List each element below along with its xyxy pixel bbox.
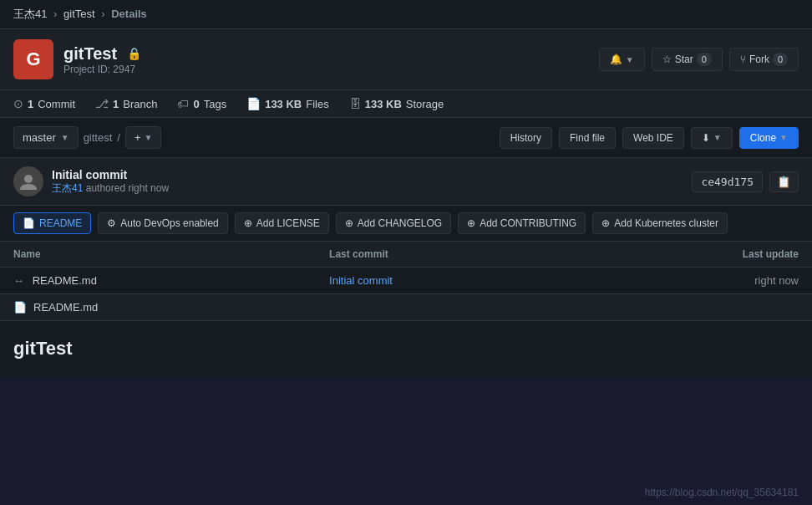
readme-filename: README.md — [33, 301, 98, 314]
history-button[interactable]: History — [500, 127, 552, 149]
project-header: G gitTest 🔒 Project ID: 2947 🔔 ▼ ☆ Star … — [0, 29, 812, 90]
breadcrumb: 王杰41 › gitTest › Details — [0, 0, 812, 29]
star-button[interactable]: ☆ Star 0 — [652, 48, 723, 71]
commit-icon: ⊙ — [13, 97, 23, 110]
bell-icon: 🔔 — [610, 54, 622, 65]
commit-hash: ce49d175 — [692, 171, 763, 192]
breadcrumb-sep2: › — [101, 8, 108, 20]
readme-button[interactable]: 📄 README — [13, 212, 91, 234]
stat-storage[interactable]: 🗄 133 KB Storage — [349, 97, 444, 110]
commit-time: right now — [128, 182, 169, 194]
add-contributing-icon: ⊕ — [467, 217, 475, 229]
file-update-cell: right now — [574, 268, 812, 294]
project-info: G gitTest 🔒 Project ID: 2947 — [13, 39, 141, 79]
breadcrumb-sep1: › — [53, 8, 60, 20]
commit-message: Initial commit — [52, 168, 169, 181]
commit-hash-area: ce49d175 📋 — [692, 171, 799, 192]
star-count: 0 — [697, 53, 712, 66]
add-changelog-icon: ⊕ — [345, 217, 353, 229]
col-name: Name — [0, 242, 316, 268]
readme-title: gitTest — [13, 338, 799, 360]
stat-branches[interactable]: ⎇ 1 Branch — [95, 97, 157, 110]
project-name: gitTest — [63, 44, 117, 64]
stat-tags[interactable]: 🏷 0 Tags — [177, 97, 226, 110]
tag-icon: 🏷 — [177, 97, 189, 110]
web-ide-button[interactable]: Web IDE — [622, 127, 684, 149]
file-commit-cell: Initial commit — [316, 268, 574, 294]
file-link[interactable]: README.md — [33, 274, 97, 287]
fork-count: 0 — [773, 53, 788, 66]
fork-button[interactable]: ⑂ Fork 0 — [729, 48, 799, 71]
col-last-update: Last update — [574, 242, 812, 268]
breadcrumb-repo[interactable]: gitTest — [63, 8, 95, 20]
file-name-cell: ↔ README.md — [0, 268, 316, 294]
fork-icon: ⑂ — [740, 54, 746, 65]
download-chevron-icon: ▼ — [713, 133, 722, 142]
files-icon: 📄 — [246, 97, 261, 110]
toolbar-left: master ▼ gittest / + ▼ — [13, 126, 161, 149]
plus-icon: + — [134, 131, 141, 144]
readme-body: gitTest — [0, 321, 812, 376]
readme-header: 📄 README.md — [0, 294, 812, 321]
add-license-icon: ⊕ — [244, 217, 252, 229]
download-button[interactable]: ⬇ ▼ — [691, 127, 733, 149]
stat-commits[interactable]: ⊙ 1 Commit — [13, 97, 75, 110]
breadcrumb-current: Details — [111, 8, 147, 20]
copy-hash-button[interactable]: 📋 — [769, 171, 799, 192]
find-file-button[interactable]: Find file — [559, 127, 616, 149]
table-row: ↔ README.md Initial commit right now — [0, 268, 812, 294]
gear-icon: ⚙ — [107, 217, 116, 229]
branch-icon: ⎇ — [95, 97, 109, 110]
table-header-row: Name Last commit Last update — [0, 242, 812, 268]
stats-bar: ⊙ 1 Commit ⎇ 1 Branch 🏷 0 Tags 📄 133 KB … — [0, 90, 812, 118]
col-last-commit: Last commit — [316, 242, 574, 268]
watermark: https://blog.csdn.net/qq_35634181 — [645, 487, 799, 498]
add-chevron-icon: ▼ — [145, 133, 153, 142]
file-table: Name Last commit Last update ↔ README.md… — [0, 242, 812, 293]
toolbar-right: History Find file Web IDE ⬇ ▼ Clone ▼ — [500, 127, 799, 149]
avatar: G — [13, 39, 53, 79]
branch-select-value: master — [23, 131, 56, 144]
clone-button[interactable]: Clone ▼ — [739, 127, 799, 149]
commit-meta: 王杰41 authored right now — [52, 181, 169, 196]
storage-icon: 🗄 — [349, 97, 361, 110]
quick-actions: 📄 README ⚙ Auto DevOps enabled ⊕ Add LIC… — [0, 206, 812, 242]
readme-file-icon: 📄 — [13, 301, 27, 314]
path-separator: gittest — [84, 131, 113, 144]
download-icon: ⬇ — [702, 132, 710, 144]
add-contributing-button[interactable]: ⊕ Add CONTRIBUTING — [458, 212, 586, 234]
project-details: gitTest 🔒 Project ID: 2947 — [63, 44, 141, 75]
chevron-down-icon: ▼ — [61, 133, 69, 142]
notifications-button[interactable]: 🔔 ▼ — [599, 48, 645, 71]
add-button[interactable]: + ▼ — [125, 126, 162, 149]
breadcrumb-user[interactable]: 王杰41 — [13, 8, 47, 20]
file-commit-link[interactable]: Initial commit — [329, 274, 393, 287]
branch-selector[interactable]: master ▼ — [13, 126, 79, 149]
header-actions: 🔔 ▼ ☆ Star 0 ⑂ Fork 0 — [599, 48, 799, 71]
star-icon: ☆ — [662, 54, 672, 65]
commit-bar: Initial commit 王杰41 authored right now c… — [0, 158, 812, 206]
file-link-icon: ↔ — [13, 274, 24, 287]
auto-devops-button[interactable]: ⚙ Auto DevOps enabled — [98, 212, 227, 234]
add-license-button[interactable]: ⊕ Add LICENSE — [235, 212, 329, 234]
project-id: Project ID: 2947 — [63, 64, 141, 75]
committer-avatar — [13, 166, 43, 196]
stat-files[interactable]: 📄 133 KB Files — [246, 97, 329, 110]
commit-info: Initial commit 王杰41 authored right now — [13, 166, 169, 196]
lock-icon: 🔒 — [127, 47, 141, 60]
add-changelog-button[interactable]: ⊕ Add CHANGELOG — [336, 212, 451, 234]
clone-chevron-icon: ▼ — [779, 133, 788, 142]
commit-details: Initial commit 王杰41 authored right now — [52, 168, 169, 196]
add-k8s-button[interactable]: ⊕ Add Kubernetes cluster — [592, 212, 728, 234]
path-slash: / — [117, 131, 120, 144]
commit-author[interactable]: 王杰41 — [52, 182, 83, 194]
add-k8s-icon: ⊕ — [601, 217, 610, 229]
toolbar: master ▼ gittest / + ▼ History Find file… — [0, 118, 812, 158]
svg-point-0 — [24, 175, 33, 183]
readme-panel: 📄 README.md gitTest — [0, 293, 812, 376]
readme-icon: 📄 — [23, 217, 35, 229]
